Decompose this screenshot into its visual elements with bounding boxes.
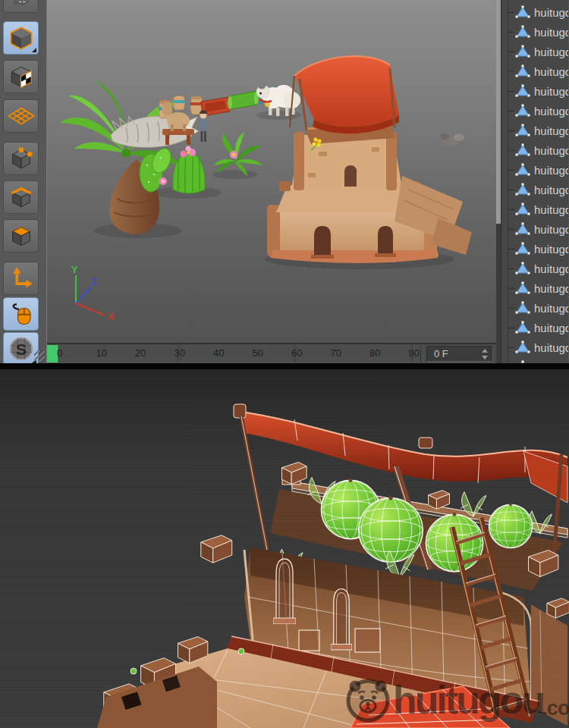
object-row[interactable]: huitugou (501, 160, 568, 180)
timeline-tick-label: 60 (291, 347, 302, 359)
polygon-object-icon (515, 321, 530, 334)
snap-s-icon: S (8, 335, 35, 362)
cube-edges-icon (8, 184, 34, 210)
object-label: huitugou (534, 124, 568, 137)
object-row[interactable]: huitugou (501, 318, 568, 337)
tree-branch-line (508, 71, 514, 72)
spinner-down-icon[interactable] (482, 356, 488, 359)
object-row[interactable]: huitugou (501, 140, 568, 160)
tree-branch-line (508, 288, 514, 289)
tree-branch-line (508, 170, 514, 171)
object-label: huitugou (534, 341, 568, 354)
polygon-object-icon (515, 84, 530, 98)
object-row[interactable]: huitugou (501, 121, 568, 140)
object-label: huitugou (534, 105, 568, 118)
toolbar-texture-mode[interactable] (3, 60, 39, 93)
polygon-object-icon (515, 202, 530, 216)
tree-branch-line (508, 190, 514, 190)
toolbar-edges-mode[interactable] (3, 180, 39, 214)
object-row[interactable]: huitugou (501, 61, 568, 81)
editor-area: S (0, 0, 569, 363)
mouse-icon (8, 300, 35, 328)
object-row[interactable]: huitugou (501, 101, 568, 121)
timeline-tick-label: 30 (174, 347, 185, 359)
green-sign-model[interactable] (228, 91, 259, 109)
toolbar-polygons-mode[interactable] (3, 219, 39, 253)
object-row[interactable]: huitugou (501, 278, 568, 298)
object-label: huitugou (534, 262, 568, 275)
tree-branch-line (508, 328, 514, 328)
cube-checker-icon (8, 64, 34, 89)
object-label: huitugou (534, 223, 568, 236)
mode-toolbar: S (0, 0, 47, 363)
toolbar-axis-mode[interactable] (3, 262, 39, 295)
object-label: huitugou (534, 282, 568, 295)
polygon-object-icon (515, 301, 530, 315)
toolbar-workplane-mode[interactable] (3, 99, 39, 133)
object-label: huitugou (534, 184, 568, 196)
axis-y-label: Y (71, 264, 78, 275)
toolbar-make-editable[interactable] (3, 21, 39, 55)
image-separator (0, 363, 569, 369)
timeline-divider (420, 344, 421, 363)
object-row[interactable]: huitugou (501, 239, 568, 259)
timeline-tick-label: 10 (96, 347, 107, 359)
object-row[interactable]: huitugou (501, 259, 568, 278)
viewport-column: Y Z X 0102030405060708090 0 F (47, 0, 496, 363)
polygon-object-icon (515, 222, 530, 236)
tree-branch-line (508, 249, 514, 249)
object-label: huitugou (534, 203, 568, 216)
cube-face-icon (8, 223, 34, 249)
cube-outline-icon (8, 25, 34, 51)
object-row[interactable]: huitugou (501, 42, 568, 61)
palm-tree-model[interactable] (59, 80, 193, 234)
polygon-object-icon (515, 242, 530, 256)
tree-branch-line (508, 91, 514, 92)
object-row[interactable]: huitugou (501, 2, 568, 22)
rock-model[interactable] (440, 133, 464, 146)
current-frame-value: 0 F (434, 348, 448, 359)
object-label: huitugou (534, 322, 568, 334)
spinner-up-icon[interactable] (482, 349, 488, 353)
wireframe-render-view: huitugou .com (0, 369, 569, 728)
object-row[interactable]: huitugou (501, 180, 568, 199)
timeline-tick-label: 70 (331, 347, 341, 359)
object-row[interactable]: huitugou (501, 199, 568, 219)
timeline-tick-label: 40 (213, 347, 224, 359)
polygon-object-icon (515, 163, 530, 177)
tree-branch-line (508, 52, 514, 52)
object-label: huitugou (534, 243, 568, 256)
svg-text:S: S (15, 340, 26, 358)
submenu-corner (32, 48, 36, 52)
toolbar-tweak-mode[interactable] (3, 297, 39, 331)
aloe-plant-model[interactable] (214, 132, 262, 176)
3d-viewport[interactable]: Y Z X (47, 0, 496, 344)
current-frame-field[interactable]: 0 F (426, 346, 492, 362)
polygon-object-icon (515, 45, 530, 58)
watermelon-tower-model[interactable] (267, 56, 472, 263)
barrel-cactus-model[interactable] (173, 146, 205, 194)
object-row[interactable]: huitugou (501, 219, 568, 239)
object-row[interactable]: huitugou (501, 357, 568, 363)
tree-branch-line (508, 347, 514, 348)
timeline-ruler[interactable]: 0102030405060708090 0 F (47, 344, 496, 362)
timeline-tick-label: 50 (253, 347, 263, 359)
object-row[interactable]: huitugou (501, 22, 568, 42)
globe-tool-icon (10, 0, 33, 8)
axis-gizmo: Y Z X (71, 264, 115, 322)
polygon-object-icon (515, 124, 530, 137)
frame-spinner[interactable] (482, 349, 489, 359)
object-row[interactable]: huitugou (501, 337, 568, 357)
object-row[interactable]: huitugou (501, 298, 568, 318)
panel-resize-grip[interactable] (34, 351, 45, 362)
object-label: huitugou (534, 144, 568, 157)
toolbar-snap[interactable]: S (3, 332, 39, 363)
cube-points-icon (8, 146, 34, 171)
app-window: S (0, 0, 569, 728)
toolbar-points-mode[interactable] (3, 142, 39, 175)
object-row[interactable]: huitugou (501, 81, 568, 101)
orange-grid-icon (8, 102, 35, 130)
timeline-tick-label: 20 (135, 347, 146, 359)
character-model[interactable] (200, 110, 207, 142)
toolbar-globe-tool[interactable] (3, 0, 39, 13)
